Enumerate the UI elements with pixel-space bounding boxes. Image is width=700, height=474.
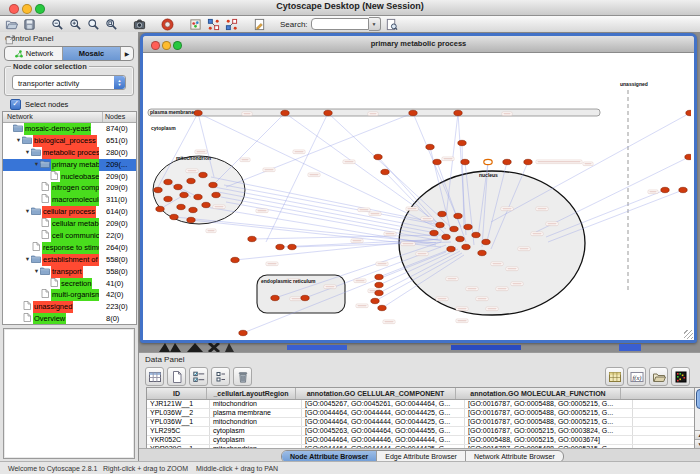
select-attributes-icon[interactable] — [189, 367, 208, 386]
network-node[interactable] — [450, 226, 458, 231]
tree-row[interactable]: secretion41(0) — [3, 278, 136, 290]
vizmapper-icon[interactable] — [188, 17, 202, 31]
network-node[interactable] — [371, 298, 379, 303]
network-node[interactable] — [409, 110, 417, 115]
network-node[interactable] — [461, 159, 469, 164]
network-node[interactable] — [301, 295, 309, 300]
zoom-fit-icon[interactable] — [104, 17, 118, 31]
tree-row[interactable]: mosaic-demo-yeast874(0) — [3, 123, 136, 135]
expand-arrow-icon[interactable]: ▼ — [24, 147, 31, 159]
snapshot-icon[interactable] — [132, 17, 146, 31]
network-node[interactable] — [472, 232, 480, 237]
network-node[interactable] — [375, 282, 383, 287]
column-header[interactable]: ID — [147, 388, 207, 399]
network-node[interactable] — [202, 202, 210, 207]
network-node[interactable] — [239, 330, 247, 335]
open-session-icon[interactable] — [4, 17, 18, 31]
import-table-icon[interactable] — [605, 367, 624, 386]
table-row[interactable]: YPL036W__1mitochondrion[GO:0044464, GO:0… — [147, 418, 695, 427]
network-node[interactable] — [454, 110, 462, 115]
network-node[interactable] — [438, 211, 446, 216]
network-node[interactable] — [685, 154, 691, 159]
network-node[interactable] — [231, 257, 239, 262]
expand-arrow-icon[interactable]: ▼ — [24, 206, 31, 218]
table-row[interactable]: YPL036W__2plasma membrane[GO:0044464, GO… — [147, 409, 695, 418]
network-node[interactable] — [194, 194, 202, 199]
tab-mosaic[interactable]: Mosaic — [63, 47, 121, 60]
network-node[interactable] — [430, 230, 438, 235]
table-row[interactable]: YJR121W__1mitochondrion[GO:0045267, GO:0… — [147, 400, 695, 409]
new-network-from-selection-icon[interactable] — [206, 17, 220, 31]
network-node[interactable] — [170, 214, 178, 219]
zoom-selected-icon[interactable] — [86, 17, 100, 31]
network-node[interactable] — [478, 250, 486, 255]
network-node[interactable] — [276, 244, 284, 249]
network-node[interactable] — [271, 295, 279, 300]
network-node[interactable] — [164, 196, 172, 201]
save-session-icon[interactable] — [22, 17, 36, 31]
network-node[interactable] — [199, 172, 207, 177]
tree-row[interactable]: Overview8(0) — [3, 313, 136, 325]
zoom-out-icon[interactable] — [50, 17, 64, 31]
network-canvas[interactable]: plasma membranecytoplasmmitochondrionnuc… — [143, 53, 694, 340]
network-node[interactable] — [378, 305, 386, 310]
tree-row[interactable]: macromolecule311(0) — [3, 194, 136, 206]
network-node[interactable] — [447, 246, 455, 251]
network-node[interactable] — [248, 236, 256, 241]
network-node[interactable] — [187, 178, 195, 183]
network-node[interactable] — [375, 290, 383, 295]
network-node[interactable] — [194, 110, 202, 115]
network-node[interactable] — [462, 244, 470, 249]
annotation-icon[interactable] — [252, 17, 266, 31]
network-node[interactable] — [154, 187, 162, 192]
tree-row[interactable]: multi-organism pro42(0) — [3, 289, 136, 301]
network-node[interactable] — [375, 274, 383, 279]
search-input[interactable] — [311, 18, 369, 30]
new-attribute-icon[interactable] — [167, 367, 186, 386]
selected-network-node[interactable] — [484, 159, 492, 164]
network-node[interactable] — [464, 224, 472, 229]
search-options-icon[interactable] — [385, 17, 399, 31]
network-node[interactable] — [686, 110, 691, 115]
zoom-in-icon[interactable] — [68, 17, 82, 31]
network-node[interactable] — [156, 206, 164, 211]
network-node[interactable] — [482, 239, 490, 244]
network-node[interactable] — [456, 236, 464, 241]
tree-row[interactable]: ▼biological_process651(0) — [3, 135, 136, 147]
network-node[interactable] — [454, 213, 462, 218]
search-dropdown-button[interactable]: ▼ — [369, 17, 381, 31]
resize-grip-icon[interactable] — [684, 330, 693, 339]
first-neighbors-icon[interactable] — [224, 17, 238, 31]
network-node[interactable] — [281, 110, 289, 115]
network-node[interactable] — [426, 144, 434, 149]
column-header[interactable]: _cellularLayoutRegion — [207, 388, 296, 399]
scrollbar-thumb[interactable] — [696, 389, 700, 409]
select-nodes-checkbox[interactable]: ✓ — [10, 99, 21, 110]
attribute-grid-icon[interactable] — [145, 367, 164, 386]
more-tabs-arrow-icon[interactable]: ▶ — [121, 47, 133, 60]
tab-network[interactable]: Network — [5, 47, 63, 60]
network-view-window[interactable]: primary metabolic process plasma membran… — [140, 33, 697, 343]
tree-row[interactable]: cellular metabo209(0) — [3, 218, 136, 230]
tree-row[interactable]: ▼cellular process614(0) — [3, 206, 136, 218]
network-node[interactable] — [288, 244, 296, 249]
column-header[interactable]: annotation.GO MOLECULAR_FUNCTION — [456, 388, 621, 399]
network-node[interactable] — [458, 140, 466, 145]
network-node[interactable] — [381, 169, 389, 174]
tree-row[interactable]: nucleobase-209(0) — [3, 171, 136, 183]
network-node[interactable] — [374, 154, 382, 159]
table-row[interactable]: YLR295Ccytoplasm[GO:0045263, GO:0044464,… — [147, 427, 695, 436]
network-node[interactable] — [433, 159, 441, 164]
tree-row[interactable]: unassigned223(0) — [3, 301, 136, 313]
float-panel-icon[interactable] — [5, 34, 16, 45]
network-node[interactable] — [679, 187, 687, 192]
birds-eye-view[interactable] — [3, 328, 135, 459]
table-row[interactable]: YKR052Ccytoplasm[GO:0044464, GO:0044446,… — [147, 436, 695, 445]
function-builder-icon[interactable]: f(x) — [627, 367, 646, 386]
network-node[interactable] — [187, 217, 195, 222]
network-node[interactable] — [164, 179, 172, 184]
expand-arrow-icon[interactable]: ▼ — [24, 254, 31, 266]
unselect-attributes-icon[interactable] — [211, 367, 230, 386]
expand-arrow-icon[interactable]: ▼ — [33, 266, 40, 278]
table-scrollbar[interactable]: ▲ ▼ — [694, 387, 700, 450]
